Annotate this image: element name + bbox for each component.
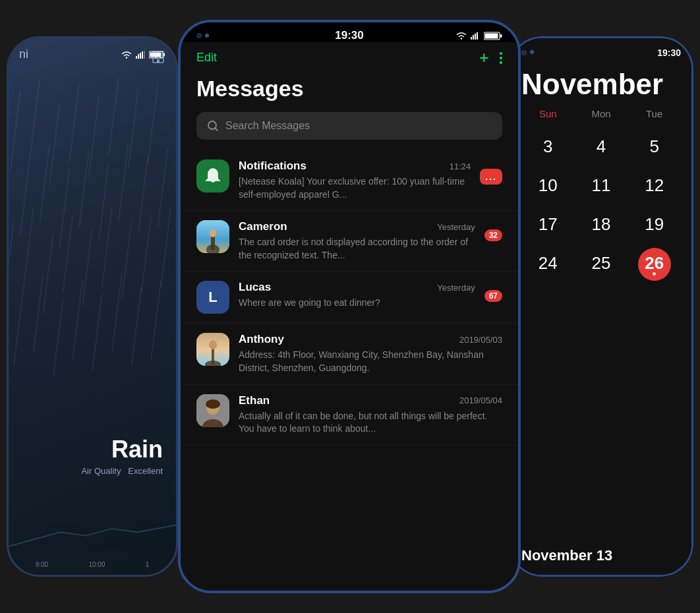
cal-month-title: November bbox=[511, 58, 691, 105]
air-quality-value: Excellent bbox=[128, 466, 163, 476]
svg-line-14 bbox=[138, 156, 148, 235]
cameron-name: Cameron bbox=[239, 220, 287, 233]
notch-area: 19:30 bbox=[181, 22, 518, 42]
anthony-name: Anthony bbox=[239, 333, 284, 346]
svg-line-13 bbox=[119, 143, 129, 221]
svg-line-22 bbox=[122, 221, 132, 300]
svg-line-10 bbox=[59, 169, 69, 248]
cal-day-18[interactable]: 18 bbox=[575, 205, 628, 244]
svg-line-25 bbox=[14, 287, 24, 365]
phone-messages: 19:30 bbox=[178, 20, 521, 593]
cal-day-24[interactable]: 24 bbox=[521, 244, 575, 285]
chart-label-1: 9:00 bbox=[36, 561, 48, 568]
svg-rect-51 bbox=[475, 34, 476, 40]
cal-today[interactable]: 26 bbox=[638, 248, 671, 281]
compose-button[interactable]: + bbox=[479, 47, 489, 68]
cal-row-4: 24 25 26 bbox=[511, 244, 691, 285]
search-placeholder: Search Messages bbox=[225, 120, 310, 132]
notifications-preview: [Netease Koala] Your exclusive offer: 10… bbox=[239, 175, 471, 201]
cal-day-17[interactable]: 17 bbox=[521, 205, 575, 244]
svg-line-28 bbox=[73, 280, 82, 359]
weather-chart: 9:00 10:00 1 bbox=[9, 482, 176, 575]
bell-icon bbox=[204, 167, 222, 185]
svg-line-5 bbox=[109, 78, 119, 156]
cal-row-1: 3 4 5 bbox=[511, 127, 691, 166]
chart-label-2: 10:00 bbox=[88, 561, 105, 568]
cal-today-wrapper[interactable]: 26 bbox=[627, 244, 681, 285]
svg-line-15 bbox=[158, 150, 167, 228]
cal-status-bar: 19:30 bbox=[511, 38, 691, 58]
notifications-header: Notifications 11:24 bbox=[239, 160, 471, 173]
cal-footer: November 13 bbox=[511, 534, 691, 575]
edit-button[interactable]: Edit bbox=[196, 51, 217, 65]
search-icon bbox=[207, 120, 219, 132]
cal-day-4[interactable]: 4 bbox=[575, 127, 628, 166]
svg-line-12 bbox=[99, 163, 109, 241]
conversation-lucas[interactable]: L Lucas Yesterday Where are we going to … bbox=[181, 272, 518, 324]
svg-line-24 bbox=[161, 208, 171, 287]
notifications-badge: ... bbox=[480, 169, 502, 185]
conversation-cameron[interactable]: Cameron Yesterday The card order is not … bbox=[181, 211, 518, 272]
dot-3 bbox=[500, 61, 502, 64]
lucas-letter: L bbox=[208, 289, 217, 306]
search-bar[interactable]: Search Messages bbox=[196, 112, 502, 140]
notifications-content: Notifications 11:24 [Netease Koala] Your… bbox=[239, 160, 471, 201]
svg-line-7 bbox=[148, 84, 158, 162]
cal-day-5[interactable]: 5 bbox=[627, 127, 681, 166]
conversation-ethan[interactable]: Ethan 2019/05/04 Actually all of it can … bbox=[181, 385, 518, 446]
svg-point-48 bbox=[461, 38, 462, 39]
lucas-name: Lucas bbox=[239, 281, 271, 294]
phone-calendar: 19:30 November Sun Mon Tue 3 4 5 10 11 bbox=[509, 36, 693, 577]
cal-row-3: 17 18 19 bbox=[511, 205, 691, 244]
notch-status: 19:30 bbox=[181, 22, 518, 42]
svg-line-21 bbox=[102, 208, 112, 287]
svg-rect-43 bbox=[155, 53, 157, 55]
messages-toolbar: Edit + bbox=[181, 42, 518, 76]
cal-day-19[interactable]: 19 bbox=[627, 205, 681, 244]
svg-rect-47 bbox=[157, 59, 160, 63]
cal-weekday-tue: Tue bbox=[627, 105, 681, 122]
cal-day-12[interactable]: 12 bbox=[627, 166, 681, 205]
ethan-avatar bbox=[196, 394, 229, 427]
svg-line-57 bbox=[216, 129, 218, 131]
weather-condition: Rain bbox=[9, 436, 163, 463]
svg-line-8 bbox=[20, 156, 30, 235]
ethan-time: 2019/05/04 bbox=[459, 395, 502, 405]
cal-notch-cam bbox=[521, 50, 527, 55]
notifications-name: Notifications bbox=[239, 160, 306, 173]
building-icon bbox=[151, 49, 165, 63]
lucas-time: Yesterday bbox=[437, 283, 475, 293]
notifications-right: ... bbox=[480, 160, 502, 185]
svg-line-1 bbox=[30, 78, 40, 156]
notifications-avatar bbox=[196, 160, 229, 192]
svg-rect-55 bbox=[485, 33, 498, 38]
center-signal-icon bbox=[471, 32, 480, 40]
cal-day-10[interactable]: 10 bbox=[521, 166, 575, 205]
chart-labels: 9:00 10:00 1 bbox=[9, 561, 176, 568]
lucas-content: Lucas Yesterday Where are we going to ea… bbox=[239, 281, 475, 310]
conversation-notifications[interactable]: Notifications 11:24 [Netease Koala] Your… bbox=[181, 150, 518, 211]
status-icons bbox=[364, 32, 502, 40]
anthony-image bbox=[196, 333, 229, 366]
svg-line-9 bbox=[40, 143, 50, 221]
cal-row-2: 10 11 12 bbox=[511, 166, 691, 205]
cameron-image bbox=[196, 220, 229, 253]
svg-line-20 bbox=[82, 228, 92, 306]
cal-day-3[interactable]: 3 bbox=[521, 127, 575, 166]
cal-today-dot bbox=[653, 272, 656, 276]
svg-line-11 bbox=[79, 150, 89, 228]
conversation-anthony[interactable]: Anthony 2019/05/03 Address: 4th Floor, W… bbox=[181, 324, 518, 384]
cal-day-25[interactable]: 25 bbox=[575, 244, 628, 285]
svg-rect-64 bbox=[212, 347, 214, 365]
svg-rect-49 bbox=[471, 37, 472, 40]
svg-line-23 bbox=[141, 215, 151, 293]
notch-sensor bbox=[205, 34, 209, 38]
weather-screen: ni bbox=[9, 38, 176, 575]
lucas-right: 67 bbox=[484, 281, 502, 302]
weather-main: Rain Air Quality Excellent bbox=[9, 436, 176, 476]
svg-line-2 bbox=[49, 103, 59, 182]
more-button[interactable] bbox=[500, 52, 502, 64]
svg-line-3 bbox=[69, 84, 79, 162]
cal-day-11[interactable]: 11 bbox=[575, 166, 628, 205]
svg-line-29 bbox=[92, 293, 102, 372]
